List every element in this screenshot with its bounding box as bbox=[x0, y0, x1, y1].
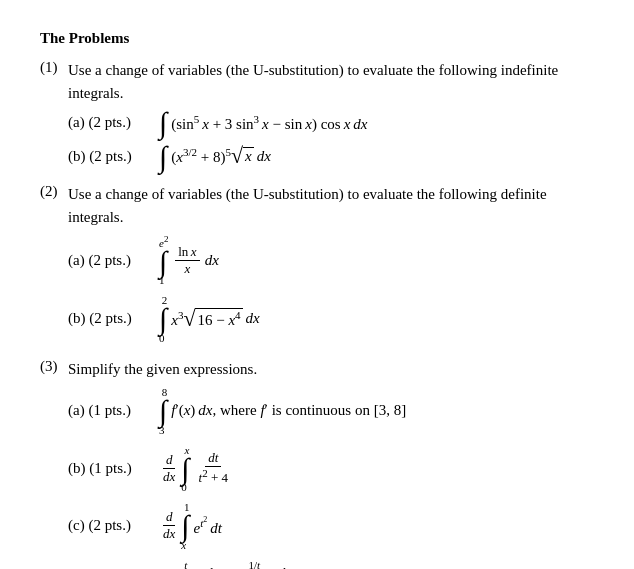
integral-sign-1b: ∫ bbox=[159, 144, 167, 170]
problem-3b: (b) (1 pts.) d dx x ∫ 0 dt t2 + 4 bbox=[68, 444, 594, 494]
problem-1-num: (1) bbox=[40, 59, 68, 76]
problem-2-text: Use a change of variables (the U-substit… bbox=[68, 183, 594, 228]
integral-sign-3a: 8 ∫ 3 bbox=[159, 386, 167, 436]
integral-sign-3c: 1 ∫ x bbox=[181, 501, 189, 551]
integral-sign-3d-1: t ∫ 1 bbox=[179, 559, 187, 569]
problem-3c-expr: d dx 1 ∫ x et2 dt bbox=[158, 501, 222, 551]
problem-2b-label: (b) (2 pts.) bbox=[68, 310, 158, 327]
integral-sign-2a: e2 ∫ 1 bbox=[159, 234, 168, 286]
problem-2a-label: (a) (2 pts.) bbox=[68, 252, 158, 269]
problem-1b-label: (b) (2 pts.) bbox=[68, 148, 158, 165]
integral-sign-3b: x ∫ 0 bbox=[181, 444, 189, 494]
problem-1a-expr: ∫ (sin5 x + 3 sin3 x − sin x) cos x dx bbox=[158, 110, 368, 136]
problem-1b-expr: ∫ (x3/2 + 8)5 √ x dx bbox=[158, 144, 271, 170]
frac-dt-3b: dt t2 + 4 bbox=[196, 450, 231, 486]
problem-3b-label: (b) (1 pts.) bbox=[68, 460, 158, 477]
problem-1b: (b) (2 pts.) ∫ (x3/2 + 8)5 √ x dx bbox=[68, 144, 594, 170]
problem-3: (3) Simplify the given expressions. (a) … bbox=[40, 358, 594, 569]
problem-3a: (a) (1 pts.) 8 ∫ 3 f′(x) dx, where f′ is… bbox=[68, 386, 594, 436]
problem-3a-expr: 8 ∫ 3 f′(x) dx, where f′ is continuous o… bbox=[158, 386, 406, 436]
problem-1a-label: (a) (2 pts.) bbox=[68, 114, 158, 131]
integral-sign-3d-2: 1/t ∫ 1 bbox=[248, 559, 260, 569]
problem-3d-expr: d dt t ∫ 1 dx 1 + x2 + 1/t bbox=[158, 559, 306, 569]
problem-3-num: (3) bbox=[40, 358, 68, 375]
problem-2a: (a) (2 pts.) e2 ∫ 1 ln x x dx bbox=[68, 234, 594, 286]
frac-d-dx-3b: d dx bbox=[160, 452, 178, 485]
integral-sign-2b: 2 ∫ 0 bbox=[159, 294, 167, 344]
problem-3c: (c) (2 pts.) d dx 1 ∫ x et2 dt bbox=[68, 501, 594, 551]
problem-3a-label: (a) (1 pts.) bbox=[68, 402, 158, 419]
problem-3-text: Simplify the given expressions. bbox=[68, 358, 594, 381]
problem-2: (2) Use a change of variables (the U-sub… bbox=[40, 183, 594, 344]
problem-3c-label: (c) (2 pts.) bbox=[68, 517, 158, 534]
problem-2-num: (2) bbox=[40, 183, 68, 200]
problem-2b: (b) (2 pts.) 2 ∫ 0 x3 √ 16 − x4 dx bbox=[68, 294, 594, 344]
frac-dx-3d-2: dx 1 + x2 bbox=[266, 565, 304, 569]
page-content: The Problems (1) Use a change of variabl… bbox=[40, 30, 594, 569]
sqrt-2b: √ 16 − x4 bbox=[183, 308, 242, 330]
problem-2b-expr: 2 ∫ 0 x3 √ 16 − x4 dx bbox=[158, 294, 260, 344]
problem-3b-expr: d dx x ∫ 0 dt t2 + 4 bbox=[158, 444, 233, 494]
problem-3d: (d) (2 pts.) d dt t ∫ 1 dx 1 + x2 bbox=[68, 559, 594, 569]
problem-1: (1) Use a change of variables (the U-sub… bbox=[40, 59, 594, 169]
problem-2a-expr: e2 ∫ 1 ln x x dx bbox=[158, 234, 219, 286]
frac-ln-x: ln x x bbox=[175, 244, 200, 277]
frac-dx-3d-1: dx 1 + x2 bbox=[193, 565, 231, 569]
sqrt-1b: √ x bbox=[231, 145, 254, 167]
problem-1a: (a) (2 pts.) ∫ (sin5 x + 3 sin3 x − sin … bbox=[68, 110, 594, 136]
frac-d-dx-3c: d dx bbox=[160, 509, 178, 542]
integral-sign-1a: ∫ bbox=[159, 110, 167, 136]
problem-1-text: Use a change of variables (the U-substit… bbox=[68, 59, 594, 104]
page-title: The Problems bbox=[40, 30, 594, 47]
